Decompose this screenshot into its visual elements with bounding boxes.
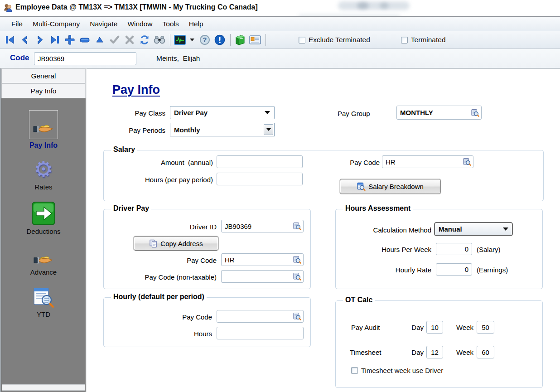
add-record-icon (64, 34, 75, 45)
sidebar-item-rates[interactable]: ⚙ Rates (1, 157, 86, 191)
add-record-button[interactable] (64, 34, 76, 46)
exclude-terminated-checkbox[interactable] (299, 37, 305, 44)
find-button[interactable] (154, 34, 165, 46)
window-title: Employee Data @ TM13X => TM13X [TMWIN - … (15, 3, 258, 11)
hourly-rate-suffix: (Earnings) (477, 266, 508, 274)
cancel-button[interactable] (124, 34, 135, 46)
next-record-button[interactable] (34, 34, 46, 46)
sidebar-item-deductions[interactable]: Deductions (1, 202, 86, 235)
sidebar-item-advance[interactable]: Advance (1, 254, 86, 276)
delete-record-button[interactable] (79, 34, 91, 46)
pay-periods-combobox[interactable]: Monthly (170, 123, 275, 136)
pay-audit-week-label: Week (452, 324, 473, 331)
last-record-icon (50, 35, 60, 45)
lookup-icon[interactable] (463, 158, 471, 166)
hourly-pay-code-input[interactable] (217, 310, 304, 323)
timesheet-week-use-driver-group: Timesheet week use Driver (351, 367, 443, 374)
lookup-icon[interactable] (293, 272, 301, 281)
salary-amount-input[interactable] (217, 155, 303, 168)
next-record-icon (35, 35, 44, 45)
hourly-pay-code-label: Pay Code (113, 313, 212, 321)
driver-id-input[interactable] (221, 220, 304, 232)
lookup-icon[interactable] (293, 256, 301, 264)
chevron-down-icon (265, 111, 270, 114)
pay-audit-week-input[interactable] (477, 321, 494, 334)
sidebar-item-label: Deductions (26, 227, 60, 235)
pay-group-field (396, 106, 482, 120)
delete-record-icon (79, 34, 90, 45)
window-titlebar: Employee Data @ TM13X => TM13X [TMWIN - … (0, 0, 560, 16)
pay-audit-day-input[interactable] (426, 321, 443, 334)
calculation-method-dropdown[interactable]: Manual (434, 222, 513, 236)
pay-periods-label: Pay Periods (104, 126, 165, 134)
menu-window[interactable]: Window (122, 17, 157, 31)
driver-pay-code-input[interactable] (221, 253, 304, 266)
chevron-down-icon (266, 128, 271, 131)
lookup-icon[interactable] (471, 109, 479, 117)
breakdown-magnifier-icon (357, 182, 366, 191)
record-bar: Code Meints, Elijah (0, 49, 560, 68)
lookup-icon[interactable] (293, 312, 301, 320)
code-input[interactable] (34, 52, 136, 65)
help-button[interactable]: ? (199, 34, 211, 46)
pay-group-input[interactable] (396, 106, 482, 120)
salary-pay-code-input[interactable] (382, 155, 473, 168)
lookup-icon[interactable] (293, 222, 301, 230)
pay-hand-icon (33, 122, 54, 135)
combobox-dropdown-button[interactable] (264, 124, 273, 135)
hours-per-week-input[interactable] (436, 243, 472, 255)
help-icon: ? (199, 34, 210, 45)
previous-record-button[interactable] (19, 34, 31, 46)
pay-class-label: Pay Class (104, 109, 165, 117)
salary-breakdown-label: Salary Breakdown (368, 183, 424, 190)
menu-help[interactable]: Help (184, 17, 208, 31)
refresh-icon (139, 34, 150, 45)
sidebar-tab-pay-info-label: Pay Info (31, 87, 57, 95)
sidebar-tab-pay-info[interactable]: Pay Info (1, 83, 86, 98)
last-record-button[interactable] (49, 34, 61, 46)
copy-address-button[interactable]: Copy Address (134, 236, 218, 251)
book-icon (234, 34, 246, 45)
driver-pay-code-nt-input[interactable] (221, 270, 304, 283)
sort-ascending-button[interactable] (94, 34, 106, 46)
timesheet-label: Timesheet (350, 348, 381, 356)
hourly-rate-input[interactable] (436, 263, 472, 276)
driver-pay-code-nt-label: Pay Code (non-taxable) (113, 273, 217, 281)
menu-tools[interactable]: Tools (158, 17, 184, 31)
hourly-hours-input[interactable] (217, 327, 304, 339)
manual-button[interactable] (234, 34, 246, 46)
timesheet-day-input[interactable] (426, 346, 443, 358)
terminal-icon (174, 35, 186, 45)
redacted-window-control-dot (357, 2, 369, 9)
salary-amount-label: Amount (annual) (104, 159, 213, 166)
toolbar-separator (266, 34, 266, 46)
exclamation-icon (214, 34, 225, 45)
menu-navigate[interactable]: Navigate (85, 17, 122, 31)
pay-periods-value: Monthly (174, 126, 200, 134)
calculation-method-value: Manual (439, 225, 462, 233)
hourly-rate-label: Hourly Rate (344, 266, 431, 274)
alert-button[interactable] (214, 34, 226, 46)
first-record-button[interactable] (4, 34, 16, 46)
refresh-button[interactable] (139, 34, 150, 46)
hourly-legend: Hourly (default per period) (111, 293, 207, 301)
menu-file[interactable]: File (6, 17, 28, 31)
x-icon (125, 35, 135, 45)
terminal-button[interactable] (174, 34, 186, 46)
menu-multi-company[interactable]: Multi-Company (28, 17, 85, 31)
timesheet-week-input[interactable] (477, 346, 494, 358)
salary-breakdown-button[interactable]: Salary Breakdown (340, 179, 441, 194)
employee-card-button[interactable] (249, 34, 261, 46)
sidebar-tab-general[interactable]: General (1, 68, 86, 83)
terminal-dropdown-arrow[interactable] (190, 39, 194, 41)
report-magnifier-icon (33, 287, 54, 308)
ot-calc-groupbox: OT Calc (335, 300, 543, 388)
pay-class-dropdown[interactable]: Driver Pay (170, 106, 275, 119)
driver-pay-code-nt-field (221, 270, 304, 283)
sidebar-item-pay-info[interactable]: Pay Info (1, 110, 86, 150)
terminated-checkbox[interactable] (401, 37, 408, 44)
confirm-button[interactable] (109, 34, 121, 46)
salary-hours-input[interactable] (217, 173, 303, 185)
sidebar-item-ytd[interactable]: YTD (1, 287, 86, 318)
timesheet-week-use-driver-checkbox[interactable] (351, 367, 358, 374)
